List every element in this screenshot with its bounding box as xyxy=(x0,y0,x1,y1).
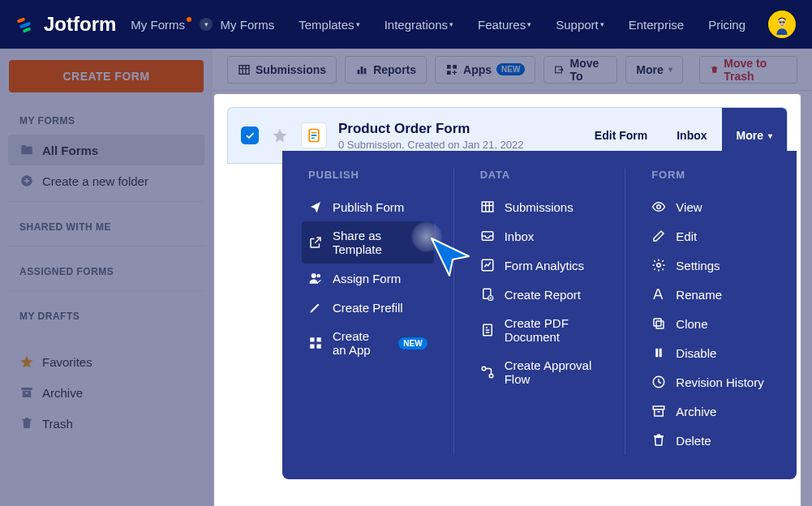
svg-rect-23 xyxy=(311,135,317,136)
logo-text: Jotform xyxy=(44,13,116,36)
menu-item-create-report[interactable]: Create Report xyxy=(474,280,606,309)
gear-icon xyxy=(651,258,666,272)
notification-dot-icon xyxy=(187,17,191,22)
history-icon xyxy=(651,375,666,389)
pdf-icon xyxy=(480,323,495,337)
menu-item-revision[interactable]: Revision History xyxy=(645,367,777,397)
menu-heading-data: DATA xyxy=(474,169,606,181)
apps-icon xyxy=(308,336,323,350)
nav-link-templates[interactable]: Templates▾ xyxy=(299,18,359,32)
eye-icon xyxy=(651,199,666,214)
share-icon xyxy=(308,199,323,214)
svg-point-5 xyxy=(780,21,781,23)
nav-links: My Forms Templates▾ Integrations▾ Featur… xyxy=(221,18,745,32)
chevron-down-icon: ▾ xyxy=(200,18,213,31)
archive-icon xyxy=(651,404,666,418)
top-nav: Jotform My Forms ▾ My Forms Templates▾ I… xyxy=(0,0,812,49)
svg-point-26 xyxy=(317,274,321,278)
check-icon xyxy=(244,130,256,141)
svg-rect-41 xyxy=(656,321,664,328)
logo-icon xyxy=(16,15,36,34)
svg-rect-22 xyxy=(311,132,317,134)
svg-rect-2 xyxy=(23,27,32,32)
svg-rect-43 xyxy=(656,349,659,358)
menu-item-assign-form[interactable]: Assign Form xyxy=(302,264,434,293)
avatar[interactable] xyxy=(768,11,796,38)
svg-point-40 xyxy=(657,264,661,268)
menu-col-data: DATA Submissions Inbox Form Analytics Cr… xyxy=(454,169,626,455)
menu-heading-publish: PUBLISH xyxy=(302,169,434,181)
menu-item-disable[interactable]: Disable xyxy=(645,338,777,367)
svg-point-37 xyxy=(482,367,486,371)
pause-icon xyxy=(651,345,666,360)
checkbox-checked[interactable] xyxy=(241,126,259,144)
menu-item-create-app[interactable]: Create an App NEW xyxy=(302,322,434,364)
menu-heading-form: FORM xyxy=(645,169,777,181)
chevron-down-icon: ▾ xyxy=(600,20,604,28)
chevron-down-icon: ▾ xyxy=(449,20,453,28)
pencil-icon xyxy=(308,300,323,315)
menu-item-submissions[interactable]: Submissions xyxy=(474,192,606,221)
flow-icon xyxy=(480,365,495,380)
svg-rect-0 xyxy=(17,17,26,23)
form-subtitle: 0 Submission. Created on Jan 21, 2022 xyxy=(338,139,523,151)
menu-item-clone[interactable]: Clone xyxy=(645,309,777,338)
nav-link-features[interactable]: Features▾ xyxy=(478,18,531,32)
svg-point-6 xyxy=(783,21,784,23)
edit-form-button[interactable]: Edit Form xyxy=(580,129,662,142)
menu-item-share-template[interactable]: Share as Template xyxy=(302,221,434,264)
nav-link-support[interactable]: Support▾ xyxy=(556,18,604,32)
users-icon xyxy=(308,271,323,285)
svg-rect-28 xyxy=(317,337,321,341)
table-icon xyxy=(480,199,495,214)
svg-rect-42 xyxy=(654,319,661,326)
inbox-button[interactable]: Inbox xyxy=(662,129,721,142)
form-icon xyxy=(301,122,327,148)
svg-point-39 xyxy=(657,205,661,209)
menu-item-edit[interactable]: Edit xyxy=(645,221,777,251)
menu-item-delete[interactable]: Delete xyxy=(645,426,777,455)
menu-item-approval-flow[interactable]: Create Approval Flow xyxy=(474,351,606,393)
svg-point-25 xyxy=(311,273,316,278)
rename-icon xyxy=(651,287,666,302)
logo[interactable]: Jotform xyxy=(16,13,116,36)
chevron-down-icon: ▾ xyxy=(356,20,360,28)
svg-rect-44 xyxy=(659,349,662,358)
svg-rect-30 xyxy=(317,345,321,349)
form-title: Product Order Form xyxy=(338,121,523,137)
clone-icon xyxy=(651,316,666,331)
analytics-icon xyxy=(480,258,495,272)
nav-link-myforms[interactable]: My Forms xyxy=(221,18,275,32)
menu-col-form: FORM View Edit Settings Rename Clone Dis… xyxy=(625,169,797,455)
menu-item-analytics[interactable]: Form Analytics xyxy=(474,251,606,280)
menu-item-settings[interactable]: Settings xyxy=(645,251,777,280)
external-icon xyxy=(308,235,323,250)
menu-item-publish-form[interactable]: Publish Form xyxy=(302,192,434,221)
nav-link-enterprise[interactable]: Enterprise xyxy=(629,18,684,32)
menu-item-archive[interactable]: Archive xyxy=(645,397,777,426)
nav-link-pricing[interactable]: Pricing xyxy=(708,18,745,32)
star-icon[interactable] xyxy=(272,127,288,144)
myforms-dropdown[interactable]: My Forms ▾ xyxy=(131,18,213,32)
menu-item-inbox[interactable]: Inbox xyxy=(474,221,606,251)
svg-rect-29 xyxy=(310,345,314,349)
trash-icon xyxy=(651,433,666,448)
report-icon xyxy=(480,287,495,302)
svg-point-38 xyxy=(489,374,493,378)
chevron-down-icon: ▾ xyxy=(527,20,531,28)
myforms-dd-label: My Forms xyxy=(131,18,185,32)
svg-rect-31 xyxy=(482,202,493,212)
nav-link-integrations[interactable]: Integrations▾ xyxy=(385,18,453,32)
svg-rect-27 xyxy=(310,337,314,341)
menu-item-create-prefill[interactable]: Create Prefill xyxy=(302,293,434,322)
menu-item-rename[interactable]: Rename xyxy=(645,280,777,309)
inbox-icon xyxy=(480,229,495,243)
svg-rect-24 xyxy=(311,138,315,139)
menu-item-create-pdf[interactable]: Create PDF Document xyxy=(474,309,606,351)
new-badge: NEW xyxy=(398,337,427,349)
svg-rect-47 xyxy=(655,410,664,416)
edit-icon xyxy=(651,229,666,243)
form-title-block: Product Order Form 0 Submission. Created… xyxy=(338,121,523,151)
menu-item-view[interactable]: View xyxy=(645,192,777,221)
more-menu: PUBLISH Publish Form Share as Template A… xyxy=(282,151,797,479)
